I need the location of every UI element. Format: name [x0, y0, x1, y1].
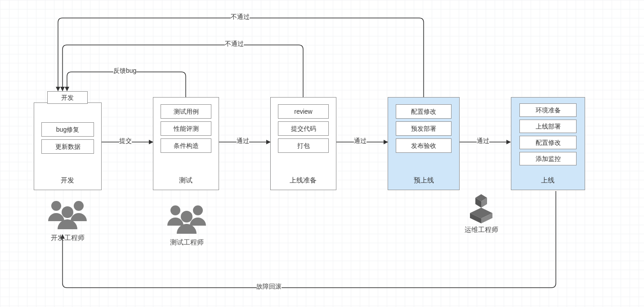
edge-fail2: 不通过 [231, 13, 250, 21]
svg-point-8 [193, 205, 203, 215]
pre-item-0: 配置修改 [396, 104, 452, 119]
dev-item-0: bug修复 [41, 122, 94, 137]
people-group-icon [43, 198, 92, 229]
edge-feedback: 反馈bug [113, 67, 136, 75]
prep-item-2: 打包 [278, 138, 329, 153]
edge-pass1: 通过 [237, 137, 249, 145]
test-item-0: 测试用例 [161, 104, 211, 119]
stage-pre-title: 预上线 [401, 176, 446, 185]
stage-dev-header: 开发 [47, 91, 88, 104]
online-item-2: 配置修改 [519, 136, 577, 149]
svg-point-9 [181, 211, 192, 222]
role-ops: 运维工程师 [454, 226, 508, 234]
edge-pass3: 通过 [477, 137, 489, 145]
stage-test-title: 测试 [163, 176, 208, 185]
stage-dev-title: 开发 [45, 176, 90, 185]
stage-prep-title: 上线准备 [281, 176, 326, 185]
online-item-1: 上线部署 [519, 120, 577, 133]
edge-submit: 提交 [119, 137, 132, 145]
edge-pass2: 通过 [354, 137, 367, 145]
pre-item-2: 发布验收 [396, 138, 452, 153]
test-item-1: 性能评测 [161, 121, 211, 136]
svg-point-4 [51, 201, 61, 211]
svg-point-7 [170, 205, 180, 215]
svg-point-6 [62, 206, 73, 218]
online-item-3: 添加监控 [519, 152, 577, 165]
role-test: 测试工程师 [160, 238, 214, 247]
stage-online-title: 上线 [525, 176, 570, 185]
edge-fail1: 不通过 [225, 40, 244, 48]
online-item-0: 环境准备 [519, 103, 577, 117]
prep-item-1: 提交代码 [278, 121, 329, 136]
svg-point-5 [74, 201, 84, 211]
ops-cube-icon [465, 194, 497, 223]
prep-item-0: review [278, 104, 329, 119]
people-group-icon [162, 202, 211, 234]
role-dev: 开发工程师 [40, 234, 94, 242]
dev-item-1: 更新数据 [41, 139, 94, 154]
test-item-2: 条件构造 [161, 138, 211, 153]
edge-rollback: 故障回滚 [256, 283, 282, 291]
pre-item-1: 预发部署 [396, 121, 452, 136]
